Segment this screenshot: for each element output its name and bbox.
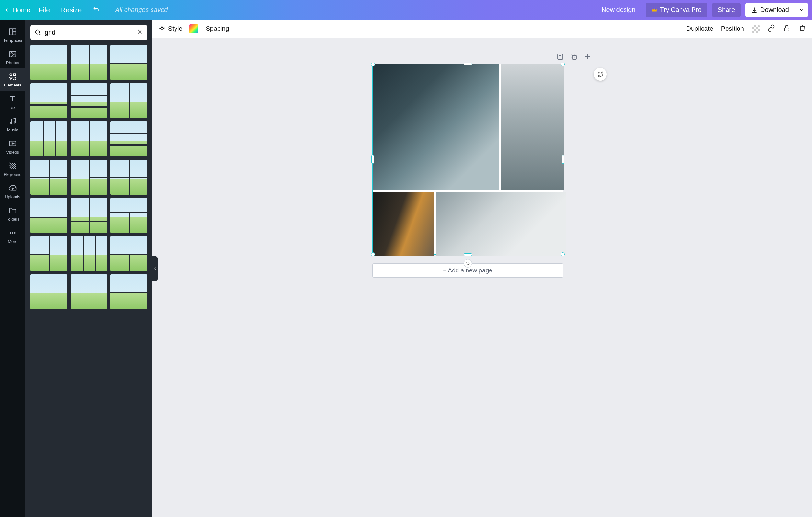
resize-handle[interactable] xyxy=(371,155,374,164)
search-icon xyxy=(34,29,41,36)
resize-handle[interactable] xyxy=(464,63,472,65)
grid-thumb[interactable] xyxy=(110,198,147,233)
try-canva-label: Try Canva Pro xyxy=(660,6,701,13)
resize-label: Resize xyxy=(61,6,82,14)
svg-point-13 xyxy=(14,232,15,234)
rail-music[interactable]: Music xyxy=(0,113,25,135)
search-field[interactable] xyxy=(30,25,147,40)
try-canva-pro-button[interactable]: Try Canva Pro xyxy=(645,3,707,17)
link-button[interactable] xyxy=(767,24,775,33)
add-page-icon-button[interactable] xyxy=(583,53,591,62)
resize-handle[interactable] xyxy=(562,155,564,164)
photo-grid-selected[interactable] xyxy=(372,64,563,255)
spacing-button[interactable]: Spacing xyxy=(206,25,229,32)
grid-thumb[interactable] xyxy=(70,83,108,118)
grid-thumb[interactable] xyxy=(30,236,67,271)
copy-page-button[interactable] xyxy=(570,53,578,62)
undo-button[interactable] xyxy=(93,6,100,14)
svg-point-5 xyxy=(10,74,12,76)
grid-thumb[interactable] xyxy=(70,45,108,80)
grid-cell-sneakers-fence[interactable] xyxy=(436,192,567,256)
resize-handle[interactable] xyxy=(561,252,564,256)
svg-point-4 xyxy=(11,53,12,54)
download-icon xyxy=(751,7,758,13)
svg-point-14 xyxy=(36,30,40,34)
background-icon xyxy=(8,162,17,170)
new-design-button[interactable]: New design xyxy=(596,3,641,17)
transparency-button[interactable] xyxy=(752,25,759,33)
grid-thumb[interactable] xyxy=(30,274,67,309)
rail-label: Videos xyxy=(6,149,19,155)
search-input[interactable] xyxy=(45,29,133,36)
rail-background[interactable]: Bkground xyxy=(0,158,25,180)
top-bar: Home File Resize All changes saved New d… xyxy=(0,0,812,20)
grid-thumb[interactable] xyxy=(70,160,108,195)
resize-button[interactable]: Resize xyxy=(58,6,82,14)
grid-thumb[interactable] xyxy=(110,160,147,195)
notes-icon xyxy=(556,53,564,61)
rail-more[interactable]: More xyxy=(0,225,25,247)
rail-label: Elements xyxy=(4,83,21,87)
add-page-button[interactable]: + Add a new page xyxy=(372,263,563,278)
grid-thumb[interactable] xyxy=(30,160,67,195)
share-button[interactable]: Share xyxy=(712,3,741,17)
rail-photos[interactable]: Photos xyxy=(0,46,25,69)
position-button[interactable]: Position xyxy=(721,25,744,32)
rail-uploads[interactable]: Uploads xyxy=(0,180,25,202)
grid-thumb[interactable] xyxy=(110,274,147,309)
home-button[interactable]: Home xyxy=(4,6,30,14)
svg-point-11 xyxy=(10,232,11,234)
chevron-left-icon xyxy=(4,7,10,13)
grid-thumb[interactable] xyxy=(30,45,67,80)
clear-search-button[interactable] xyxy=(136,28,143,36)
grid-thumb[interactable] xyxy=(110,236,147,271)
grid-thumb[interactable] xyxy=(110,83,147,118)
grid-thumb[interactable] xyxy=(30,121,67,157)
file-menu[interactable]: File xyxy=(39,6,50,14)
delete-button[interactable] xyxy=(799,24,806,33)
grid-thumb[interactable] xyxy=(110,121,147,157)
rail-elements[interactable]: Elements xyxy=(0,69,25,91)
rail-videos[interactable]: Videos xyxy=(0,135,25,158)
rail-folders[interactable]: Folders xyxy=(0,202,25,225)
download-button[interactable]: Download xyxy=(745,3,795,17)
svg-marker-10 xyxy=(12,142,14,145)
copy-icon xyxy=(570,53,578,61)
grid-thumb[interactable] xyxy=(30,83,67,118)
editor-viewport[interactable]: + Add a new page xyxy=(152,38,812,517)
add-page-label: + Add a new page xyxy=(443,267,492,274)
svg-rect-0 xyxy=(9,28,12,35)
svg-rect-21 xyxy=(571,54,575,58)
grid-thumb[interactable] xyxy=(70,274,108,309)
svg-rect-3 xyxy=(9,51,16,57)
grid-thumb[interactable] xyxy=(70,236,108,271)
grid-cell-city-street[interactable] xyxy=(501,64,564,190)
grid-cell-pavement[interactable] xyxy=(373,192,434,256)
download-caret[interactable] xyxy=(795,3,808,17)
notes-button[interactable] xyxy=(556,53,564,62)
style-button[interactable]: Style xyxy=(158,25,182,32)
style-label: Style xyxy=(168,25,182,32)
grid-cell-aerial-highway[interactable] xyxy=(373,64,499,190)
regenerate-button[interactable] xyxy=(594,68,607,81)
spacing-label: Spacing xyxy=(206,25,229,32)
color-swatch[interactable] xyxy=(190,24,199,33)
resize-handle[interactable] xyxy=(371,62,375,66)
videos-icon xyxy=(8,139,17,148)
rail-label: More xyxy=(8,239,18,244)
resize-handle[interactable] xyxy=(561,62,564,66)
grid-thumb[interactable] xyxy=(70,198,108,233)
grid-thumb[interactable] xyxy=(30,198,67,233)
context-toolbar: Style Spacing Duplicate Position xyxy=(152,20,812,38)
resize-handle[interactable] xyxy=(371,252,375,256)
resize-handle[interactable] xyxy=(464,253,472,256)
rail-templates[interactable]: Templates xyxy=(0,24,25,46)
lock-button[interactable] xyxy=(783,24,791,33)
grid-results[interactable] xyxy=(30,45,147,517)
rail-label: Text xyxy=(9,105,17,110)
grid-thumb[interactable] xyxy=(70,121,108,157)
save-status: All changes saved xyxy=(115,6,168,13)
rail-text[interactable]: Text xyxy=(0,91,25,113)
duplicate-button[interactable]: Duplicate xyxy=(686,25,713,32)
grid-thumb[interactable] xyxy=(110,45,147,80)
